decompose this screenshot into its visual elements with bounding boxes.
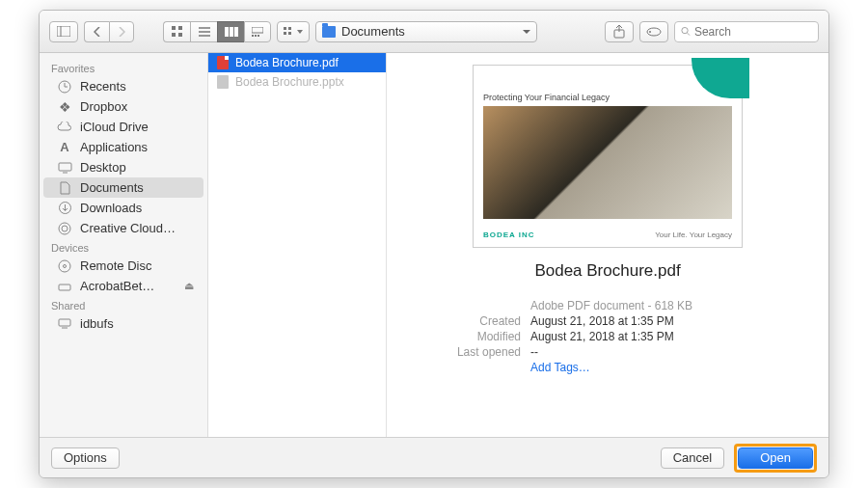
document-thumbnail: Protecting Your Financial Legacy BODEA I…	[473, 65, 743, 248]
doc-icon	[57, 181, 72, 195]
svg-point-31	[62, 226, 68, 231]
sidebar-section-header: Shared	[40, 296, 207, 313]
sidebar-item-label: idbufs	[80, 316, 114, 331]
gallery-view-button[interactable]	[244, 21, 271, 42]
sidebar-item-desktop[interactable]: Desktop	[43, 157, 203, 177]
sidebar-item-downloads[interactable]: Downloads	[43, 198, 203, 218]
sidebar-item-icloud-drive[interactable]: iCloud Drive	[43, 117, 203, 137]
folder-icon	[322, 26, 336, 38]
host-icon	[57, 317, 72, 331]
share-button[interactable]	[605, 21, 634, 42]
sidebar-item-remote-disc[interactable]: Remote Disc	[43, 256, 203, 276]
dropbox-icon: ❖	[57, 100, 72, 114]
svg-rect-12	[252, 27, 263, 33]
path-label: Documents	[341, 24, 405, 39]
svg-rect-27	[59, 163, 71, 171]
svg-point-23	[649, 31, 651, 33]
svg-rect-18	[284, 32, 286, 35]
back-button[interactable]	[84, 21, 109, 42]
svg-rect-2	[172, 26, 176, 30]
meta-opened-value: --	[530, 345, 538, 359]
svg-rect-10	[230, 27, 233, 37]
file-name: Bodea Brochure.pdf	[235, 56, 339, 69]
sidebar-item-label: Creative Cloud…	[80, 221, 176, 235]
forward-button[interactable]	[109, 21, 134, 42]
svg-rect-5	[178, 33, 182, 37]
search-input[interactable]	[694, 25, 812, 39]
sidebar-item-applications[interactable]: AApplications	[43, 137, 203, 157]
clock-icon	[57, 80, 72, 94]
column-view-button[interactable]	[217, 21, 244, 42]
toolbar: Documents	[40, 11, 828, 53]
svg-rect-11	[234, 27, 238, 37]
svg-rect-17	[288, 27, 291, 30]
thumbnail-footer: BODEA INC Your Life. Your Legacy	[474, 227, 742, 247]
meta-modified-value: August 21, 2018 at 1:35 PM	[530, 330, 674, 343]
file-name: Bodea Brochure.pptx	[235, 75, 344, 89]
view-mode-buttons	[163, 21, 271, 42]
options-button[interactable]: Options	[51, 447, 120, 469]
sidebar-toggle-button[interactable]	[49, 21, 78, 42]
svg-rect-0	[57, 26, 70, 37]
sidebar-item-acrobatbet-[interactable]: AcrobatBet…⏏	[43, 276, 203, 296]
sidebar-item-dropbox[interactable]: ❖Dropbox	[43, 96, 203, 117]
open-file-dialog: Documents FavoritesRecents❖DropboxiCloud…	[39, 10, 829, 478]
svg-rect-9	[225, 27, 229, 37]
preview-pane: Protecting Your Financial Legacy BODEA I…	[387, 53, 828, 437]
meta-opened-label: Last opened	[410, 345, 521, 359]
sidebar-item-recents[interactable]: Recents	[43, 76, 203, 96]
svg-point-24	[682, 27, 688, 33]
footer: Options Cancel Open	[40, 437, 828, 477]
file-column: Bodea Brochure.pdfBodea Brochure.pptx	[208, 53, 387, 437]
sidebar-item-label: Desktop	[80, 160, 126, 175]
sidebar: FavoritesRecents❖DropboxiCloud DriveAApp…	[40, 53, 208, 437]
svg-line-25	[688, 33, 690, 35]
svg-rect-19	[288, 32, 291, 35]
tags-button[interactable]	[639, 21, 668, 42]
sidebar-item-label: Downloads	[80, 201, 142, 215]
arrange-button[interactable]	[277, 21, 310, 42]
thumbnail-brand: BODEA INC	[483, 230, 535, 239]
sidebar-item-creative-cloud-[interactable]: Creative Cloud…	[43, 218, 203, 238]
icon-view-button[interactable]	[163, 21, 190, 42]
search-icon	[681, 26, 691, 37]
meta-created-value: August 21, 2018 at 1:35 PM	[530, 314, 674, 328]
sidebar-item-label: Applications	[80, 140, 148, 154]
desktop-icon	[57, 161, 72, 175]
sidebar-item-label: Documents	[80, 180, 144, 195]
path-popup[interactable]: Documents	[315, 21, 537, 42]
sidebar-item-label: AcrobatBet…	[80, 279, 154, 293]
svg-rect-14	[255, 35, 257, 37]
sidebar-section-header: Favorites	[40, 59, 207, 76]
file-icon	[216, 75, 230, 89]
file-row: Bodea Brochure.pptx	[208, 72, 386, 92]
cancel-button[interactable]: Cancel	[661, 447, 724, 469]
metadata: Adobe PDF document - 618 KB CreatedAugus…	[410, 298, 805, 375]
svg-point-32	[59, 260, 70, 272]
open-button[interactable]: Open	[738, 447, 813, 469]
sidebar-item-label: Dropbox	[80, 99, 127, 114]
svg-rect-35	[59, 319, 70, 326]
eject-icon[interactable]: ⏏	[184, 280, 194, 292]
svg-rect-34	[59, 285, 70, 290]
cloud-icon	[57, 121, 72, 134]
pdf-icon	[216, 56, 230, 69]
cc-icon	[57, 222, 72, 235]
apps-icon: A	[57, 141, 72, 154]
add-tags-link[interactable]: Add Tags…	[530, 361, 590, 374]
search-field[interactable]	[674, 21, 819, 42]
sidebar-item-idbufs[interactable]: idbufs	[43, 313, 203, 334]
svg-rect-3	[178, 26, 182, 30]
thumbnail-image	[483, 106, 732, 219]
svg-rect-13	[252, 35, 254, 37]
svg-rect-4	[172, 33, 176, 37]
list-view-button[interactable]	[190, 21, 217, 42]
svg-point-33	[64, 264, 67, 267]
sidebar-item-label: iCloud Drive	[80, 120, 149, 134]
file-row[interactable]: Bodea Brochure.pdf	[208, 53, 386, 72]
body: FavoritesRecents❖DropboxiCloud DriveAApp…	[40, 53, 828, 437]
svg-rect-15	[258, 35, 259, 37]
sidebar-item-documents[interactable]: Documents	[43, 177, 203, 198]
drive-icon	[57, 280, 72, 293]
nav-buttons	[84, 21, 134, 42]
